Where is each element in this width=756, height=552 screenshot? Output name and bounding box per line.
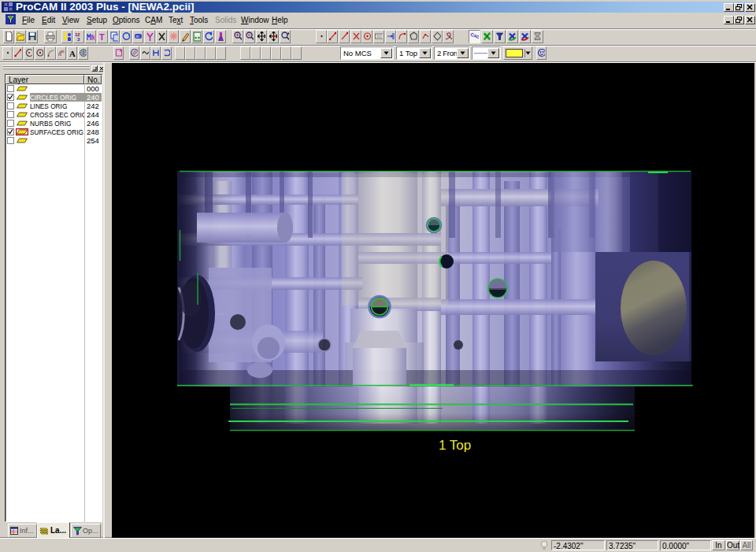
svg-text:T: T <box>99 32 105 42</box>
svg-text:m: m <box>136 34 139 39</box>
svg-text:3: 3 <box>77 37 80 42</box>
svg-text:1 Top: 1 Top <box>439 438 471 453</box>
svg-text:A: A <box>69 49 76 58</box>
svg-text:CAD: CAD <box>470 32 479 40</box>
